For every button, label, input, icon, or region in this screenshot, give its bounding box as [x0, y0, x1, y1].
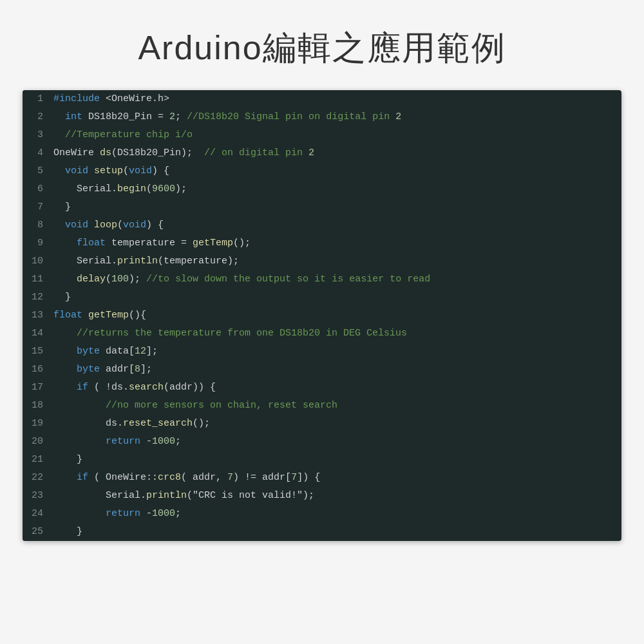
code-line: Serial.begin(9600); [50, 180, 621, 198]
code-line: } [50, 198, 621, 216]
code-line: OneWire ds(DS18b20_Pin); // on digital p… [50, 144, 621, 162]
code-line: void setup(void) { [50, 162, 621, 180]
code-line: void loop(void) { [50, 216, 621, 234]
line-number: 1 [23, 90, 50, 108]
code-line: } [50, 451, 621, 469]
code-line: byte data[12]; [50, 343, 621, 361]
code-line: } [50, 289, 621, 307]
code-line: #include <OneWire.h> [50, 90, 621, 108]
code-line: byte addr[8]; [50, 361, 621, 379]
line-number: 2 [23, 108, 50, 126]
line-number: 17 [23, 379, 50, 397]
code-block: 1#include <OneWire.h>2 int DS18b20_Pin =… [23, 90, 621, 541]
code-line: //returns the temperature from one DS18b… [50, 325, 621, 343]
line-number: 13 [23, 307, 50, 325]
code-table: 1#include <OneWire.h>2 int DS18b20_Pin =… [23, 90, 621, 541]
table-row: 14 //returns the temperature from one DS… [23, 325, 621, 343]
table-row: 16 byte addr[8]; [23, 361, 621, 379]
table-row: 11 delay(100); //to slow down the output… [23, 270, 621, 289]
line-number: 7 [23, 198, 50, 216]
code-line: float getTemp(){ [50, 307, 621, 325]
code-line: int DS18b20_Pin = 2; //DS18b20 Signal pi… [50, 108, 621, 126]
code-line: Serial.println("CRC is not valid!"); [50, 487, 621, 505]
table-row: 20 return -1000; [23, 433, 621, 451]
line-number: 18 [23, 397, 50, 415]
table-row: 10 Serial.println(temperature); [23, 252, 621, 270]
line-number: 23 [23, 487, 50, 505]
table-row: 9 float temperature = getTemp(); [23, 234, 621, 252]
table-row: 2 int DS18b20_Pin = 2; //DS18b20 Signal … [23, 108, 621, 126]
table-row: 1#include <OneWire.h> [23, 90, 621, 108]
code-line: delay(100); //to slow down the output so… [50, 270, 621, 289]
code-line: } [50, 523, 621, 541]
code-line: float temperature = getTemp(); [50, 234, 621, 252]
line-number: 19 [23, 415, 50, 433]
code-line: //Temperature chip i/o [50, 126, 621, 144]
code-line: if ( OneWire::crc8( addr, 7) != addr[7])… [50, 469, 621, 487]
line-number: 9 [23, 234, 50, 252]
code-line: return -1000; [50, 433, 621, 451]
code-line: return -1000; [50, 505, 621, 523]
table-row: 21 } [23, 451, 621, 469]
table-row: 18 //no more sensors on chain, reset sea… [23, 397, 621, 415]
line-number: 14 [23, 325, 50, 343]
table-row: 22 if ( OneWire::crc8( addr, 7) != addr[… [23, 469, 621, 487]
table-row: 25 } [23, 523, 621, 541]
table-row: 15 byte data[12]; [23, 343, 621, 361]
table-row: 17 if ( !ds.search(addr)) { [23, 379, 621, 397]
table-row: 19 ds.reset_search(); [23, 415, 621, 433]
line-number: 15 [23, 343, 50, 361]
line-number: 10 [23, 252, 50, 270]
line-number: 8 [23, 216, 50, 234]
table-row: 13float getTemp(){ [23, 307, 621, 325]
table-row: 8 void loop(void) { [23, 216, 621, 234]
line-number: 5 [23, 162, 50, 180]
line-number: 24 [23, 505, 50, 523]
table-row: 3 //Temperature chip i/o [23, 126, 621, 144]
table-row: 23 Serial.println("CRC is not valid!"); [23, 487, 621, 505]
line-number: 21 [23, 451, 50, 469]
table-row: 7 } [23, 198, 621, 216]
table-row: 12 } [23, 289, 621, 307]
code-line: ds.reset_search(); [50, 415, 621, 433]
code-line: Serial.println(temperature); [50, 252, 621, 270]
line-number: 11 [23, 270, 50, 289]
page-title: Arduino編輯之應用範例 [138, 26, 506, 71]
code-line: if ( !ds.search(addr)) { [50, 379, 621, 397]
line-number: 4 [23, 144, 50, 162]
line-number: 16 [23, 361, 50, 379]
table-row: 24 return -1000; [23, 505, 621, 523]
line-number: 6 [23, 180, 50, 198]
code-line: //no more sensors on chain, reset search [50, 397, 621, 415]
line-number: 12 [23, 289, 50, 307]
table-row: 5 void setup(void) { [23, 162, 621, 180]
table-row: 6 Serial.begin(9600); [23, 180, 621, 198]
line-number: 20 [23, 433, 50, 451]
line-number: 3 [23, 126, 50, 144]
line-number: 25 [23, 523, 50, 541]
line-number: 22 [23, 469, 50, 487]
table-row: 4OneWire ds(DS18b20_Pin); // on digital … [23, 144, 621, 162]
